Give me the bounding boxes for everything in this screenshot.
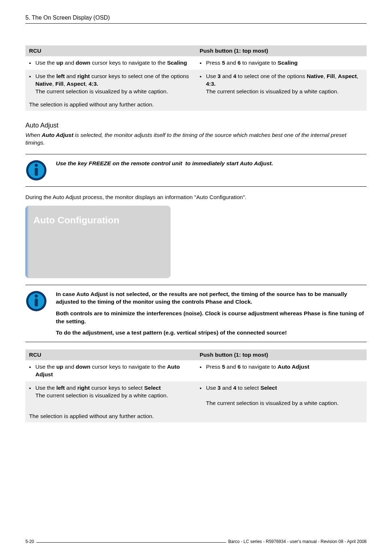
svg-rect-7: [35, 299, 38, 307]
table-auto-adjust: RCU Push button (1: top most) •Use the u…: [25, 349, 367, 422]
cell-text: Press 5 and 6 to navigate to Scaling: [206, 59, 363, 67]
bullet-icon: •: [29, 73, 31, 96]
table-scaling: RCU Push button (1: top most) •Use the u…: [25, 45, 367, 111]
paragraph-during: During the Auto Adjust process, the moni…: [25, 194, 367, 200]
bullet-icon: •: [200, 384, 201, 407]
info2-p3: To do the adjustment, use a test pattern…: [56, 329, 287, 336]
auto-configuration-preview: Auto Configuration: [25, 206, 171, 278]
info-block-manual-adjust: In case Auto Adjust is not selected, or …: [25, 285, 367, 342]
page-footer: 5-20 Barco - LC series - R5976934 - user…: [25, 539, 367, 544]
th-rcu: RCU: [25, 45, 196, 56]
table-row: •Use the up and down cursor keys to navi…: [25, 56, 367, 70]
table-row-applied: The selection is applied without any fur…: [25, 98, 367, 111]
page-header: 5. The On Screen Display (OSD): [25, 15, 367, 24]
bullet-icon: •: [29, 59, 31, 67]
info2-p1: In case Auto Adjust is not selected, or …: [56, 291, 347, 305]
bullet-icon: •: [29, 363, 31, 378]
cell-text: Use 3 and 4 to select SelectThe current …: [206, 384, 363, 407]
table-row-applied: The selection is applied without any fur…: [25, 410, 367, 422]
th-push: Push button (1: top most): [196, 349, 367, 360]
applied-text: The selection is applied without any fur…: [25, 410, 367, 422]
cell-text: Use the left and right cursor keys to se…: [35, 73, 192, 96]
svg-rect-3: [35, 168, 38, 176]
info2-p2: Both controls are to minimize the interf…: [56, 310, 364, 324]
cell-text: Use the up and down cursor keys to navig…: [35, 59, 192, 67]
svg-point-6: [35, 294, 38, 297]
bullet-icon: •: [200, 59, 201, 67]
th-rcu: RCU: [25, 349, 196, 360]
info-icon: [25, 290, 47, 312]
cell-text: Use the up and down cursor keys to navig…: [35, 363, 192, 378]
header-title: 5. The On Screen Display (OSD): [25, 15, 110, 21]
table-row: •Use the left and right cursor keys to s…: [25, 70, 367, 98]
section-intro: When Auto Adjust is selected, the monito…: [25, 131, 367, 147]
cell-text: Use the left and right cursor keys to se…: [35, 384, 192, 400]
table-row: •Use the up and down cursor keys to navi…: [25, 360, 367, 381]
bullet-icon: •: [200, 73, 201, 96]
section-heading-auto-adjust: Auto Adjust: [25, 122, 367, 129]
info-block-freeze: Use the key FREEZE on the remote control…: [25, 154, 367, 187]
table-row: •Use the left and right cursor keys to s…: [25, 381, 367, 410]
bullet-icon: •: [29, 384, 31, 400]
footer-text: Barco - LC series - R5976934 - user's ma…: [228, 539, 367, 544]
info-text: Use the key FREEZE on the remote control…: [56, 159, 367, 167]
info-text: In case Auto Adjust is not selected, or …: [56, 290, 367, 337]
bullet-icon: •: [200, 363, 201, 371]
footer-rule: [36, 542, 226, 543]
info-icon: [25, 159, 47, 181]
applied-text: The selection is applied without any fur…: [25, 98, 367, 111]
svg-point-2: [35, 163, 38, 167]
th-push: Push button (1: top most): [196, 45, 367, 56]
auto-configuration-label: Auto Configuration: [33, 215, 163, 226]
cell-text: Use 3 and 4 to select one of the options…: [206, 73, 363, 96]
cell-text: Press 5 and 6 to navigate to Auto Adjust: [206, 363, 363, 371]
page-number: 5-20: [25, 539, 34, 544]
